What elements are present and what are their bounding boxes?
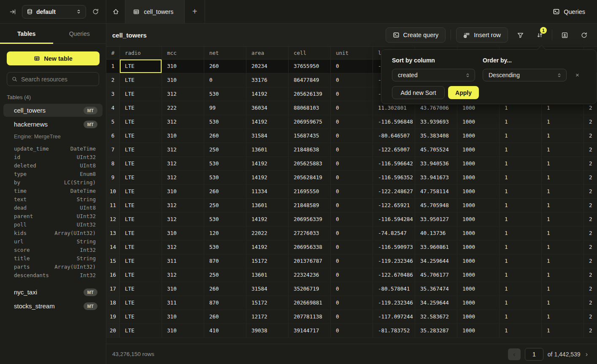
table-cell[interactable]: 35206719	[289, 282, 331, 296]
table-cell[interactable]: 1	[500, 240, 542, 254]
table-cell[interactable]: 13601	[246, 143, 289, 156]
create-query-button[interactable]: Create query	[386, 27, 446, 43]
table-cell[interactable]: 37655950	[289, 59, 331, 73]
row-number[interactable]: 2	[106, 73, 120, 87]
table-cell[interactable]: 12172	[246, 310, 289, 324]
table-cell[interactable]: LTE	[120, 143, 162, 156]
table-cell[interactable]: 530	[204, 115, 246, 129]
table-cell[interactable]: 1000	[457, 199, 500, 212]
sort-column-select[interactable]: created	[392, 69, 475, 81]
table-row[interactable]: 7LTE31225013601218486380-122.6500745.705…	[106, 143, 597, 157]
sidebar-item-nyc_taxi[interactable]: nyc_taxiMT	[3, 286, 103, 299]
table-cell[interactable]: 250	[204, 199, 246, 212]
table-cell[interactable]: 14192	[246, 87, 289, 101]
column-header[interactable]: area	[246, 47, 289, 59]
table-cell[interactable]: 312	[162, 143, 204, 156]
table-cell[interactable]: 99	[204, 101, 246, 115]
table-cell[interactable]: 1	[500, 254, 542, 268]
table-cell[interactable]: 870	[204, 254, 246, 268]
table-cell[interactable]: 0	[331, 310, 373, 324]
table-cell[interactable]: 205625883	[289, 157, 331, 170]
table-cell[interactable]: 21848589	[289, 199, 331, 212]
table-cell[interactable]: 1	[500, 324, 542, 337]
table-cell[interactable]: 33.939693	[415, 115, 457, 129]
table-cell[interactable]: 0	[331, 157, 373, 170]
table-cell[interactable]: LTE	[120, 199, 162, 212]
table-cell[interactable]: 1000	[457, 129, 500, 143]
table-cell[interactable]: 312	[162, 213, 204, 226]
table-cell[interactable]: 33.941673	[415, 171, 457, 184]
table-cell[interactable]: 21695550	[289, 185, 331, 198]
table-cell[interactable]: -116.590973	[373, 240, 415, 254]
table-row[interactable]: 10LTE31026011334216955500-122.24862747.7…	[106, 185, 597, 199]
table-row[interactable]: 17LTE31026031584352067190-80.57804135.36…	[106, 282, 597, 296]
row-number[interactable]: 13	[106, 226, 120, 240]
row-number[interactable]: 9	[106, 171, 120, 184]
table-cell[interactable]: 260	[204, 185, 246, 198]
refresh-database-icon[interactable]	[92, 8, 99, 15]
table-cell[interactable]: 15172	[246, 296, 289, 310]
row-number[interactable]: 6	[106, 129, 120, 143]
table-cell[interactable]: 31584	[246, 282, 289, 296]
table-cell[interactable]: LTE	[120, 129, 162, 143]
table-cell[interactable]: 0	[331, 115, 373, 129]
table-row[interactable]: 19LTE310260121722077811380-117.09724432.…	[106, 310, 597, 324]
table-cell[interactable]: 39144717	[289, 324, 331, 337]
row-number[interactable]: 8	[106, 157, 120, 170]
sidebar-item-stocks_stream[interactable]: stocks_streamMT	[3, 299, 103, 313]
remove-sort-icon[interactable]: ×	[575, 72, 579, 78]
table-cell[interactable]: 2	[584, 254, 597, 268]
table-cell[interactable]: 530	[204, 87, 246, 101]
table-cell[interactable]: -122.670486	[373, 268, 415, 282]
queries-button[interactable]: Queries	[548, 0, 597, 23]
table-cell[interactable]: 21848638	[289, 143, 331, 156]
table-cell[interactable]: 27276033	[289, 226, 331, 240]
table-cell[interactable]: 88068103	[289, 101, 331, 115]
table-cell[interactable]: LTE	[120, 157, 162, 170]
table-cell[interactable]: 202669881	[289, 296, 331, 310]
table-cell[interactable]: 1000	[457, 185, 500, 198]
table-cell[interactable]: 2	[584, 324, 597, 337]
new-table-button[interactable]: New table	[7, 51, 100, 65]
table-cell[interactable]: 1	[542, 213, 584, 226]
table-cell[interactable]: 310	[162, 129, 204, 143]
table-cell[interactable]: 0	[331, 296, 373, 310]
table-cell[interactable]: LTE	[120, 254, 162, 268]
table-cell[interactable]: 310	[162, 59, 204, 73]
apply-sort-button[interactable]: Apply	[448, 86, 479, 99]
table-cell[interactable]: -119.232346	[373, 254, 415, 268]
collapse-sidebar-icon[interactable]	[9, 8, 16, 15]
table-cell[interactable]: 312	[162, 171, 204, 184]
table-cell[interactable]: 0	[331, 185, 373, 198]
table-cell[interactable]: 530	[204, 240, 246, 254]
table-cell[interactable]: 0	[331, 199, 373, 212]
table-cell[interactable]: 205626139	[289, 87, 331, 101]
table-cell[interactable]: 250	[204, 143, 246, 156]
table-row[interactable]: 9LTE312530141922056284190-116.59635233.9…	[106, 171, 597, 185]
column-header[interactable]: net	[204, 47, 246, 59]
table-cell[interactable]: 1	[500, 171, 542, 184]
table-cell[interactable]: 310	[162, 73, 204, 87]
table-cell[interactable]: 1	[500, 282, 542, 296]
table-row[interactable]: 11LTE31225013601218485890-122.6592145.70…	[106, 199, 597, 213]
table-cell[interactable]: -116.596642	[373, 157, 415, 170]
table-cell[interactable]: 2	[584, 143, 597, 156]
new-tab-button[interactable]: +	[185, 0, 205, 23]
table-cell[interactable]: 0	[331, 101, 373, 115]
table-cell[interactable]: -122.65007	[373, 143, 415, 156]
table-cell[interactable]: 22022	[246, 226, 289, 240]
table-row[interactable]: 5LTE312530141922069596750-116.59684833.9…	[106, 115, 597, 129]
table-cell[interactable]: -122.65921	[373, 199, 415, 212]
table-cell[interactable]: 1000	[457, 282, 500, 296]
table-cell[interactable]: 1	[500, 199, 542, 212]
table-cell[interactable]: 310	[162, 310, 204, 324]
table-cell[interactable]: 1	[542, 157, 584, 170]
table-cell[interactable]: 207781138	[289, 310, 331, 324]
table-cell[interactable]: 35.383408	[415, 129, 457, 143]
table-cell[interactable]: 1	[542, 185, 584, 198]
table-cell[interactable]: 1	[542, 310, 584, 324]
table-cell[interactable]: 14192	[246, 115, 289, 129]
database-selector[interactable]: default	[22, 5, 86, 19]
table-cell[interactable]: 33176	[246, 73, 289, 87]
table-cell[interactable]: LTE	[120, 73, 162, 87]
